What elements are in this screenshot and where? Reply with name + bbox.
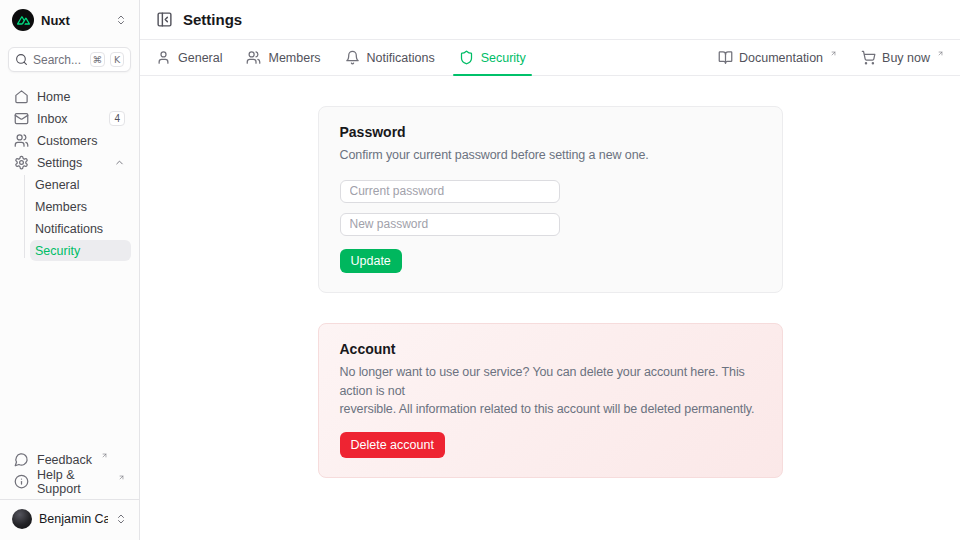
external-link-icon bbox=[830, 50, 837, 57]
buy-now-link[interactable]: Buy now bbox=[861, 50, 944, 65]
password-card-title: Password bbox=[340, 124, 761, 140]
sidebar-item-members[interactable]: Members bbox=[30, 196, 131, 217]
workspace-selector[interactable]: Nuxt bbox=[8, 8, 131, 32]
account-card-description: No longer want to use our service? You c… bbox=[340, 363, 761, 419]
kbd-meta: ⌘ bbox=[90, 52, 106, 67]
sidebar-item-label: Settings bbox=[37, 156, 82, 170]
password-card: Password Confirm your current password b… bbox=[318, 106, 783, 293]
sidebar-item-customers[interactable]: Customers bbox=[8, 130, 131, 151]
home-icon bbox=[14, 89, 29, 104]
bell-icon bbox=[345, 50, 360, 65]
delete-account-button[interactable]: Delete account bbox=[340, 432, 445, 458]
help-support-link[interactable]: Help & Support bbox=[8, 471, 131, 492]
book-open-icon bbox=[718, 50, 733, 65]
user-avatar bbox=[12, 509, 32, 529]
info-circle-icon bbox=[14, 474, 29, 489]
sidebar-item-settings[interactable]: Settings bbox=[8, 152, 131, 173]
user-icon bbox=[156, 50, 171, 65]
message-circle-icon bbox=[14, 452, 29, 467]
app-window: Nuxt Search... ⌘ K Home bbox=[0, 0, 960, 540]
tab-label: Security bbox=[481, 51, 526, 65]
sidebar-item-label: Home bbox=[37, 90, 70, 104]
link-label: Documentation bbox=[739, 51, 823, 65]
documentation-link[interactable]: Documentation bbox=[718, 50, 837, 65]
inbox-count-badge: 4 bbox=[109, 111, 125, 126]
users-icon bbox=[14, 133, 29, 148]
settings-subnav: General Members Notifications Security bbox=[22, 174, 131, 261]
account-description-line1: No longer want to use our service? You c… bbox=[340, 363, 761, 401]
sidebar-item-label: General bbox=[35, 178, 79, 192]
footer-item-label: Feedback bbox=[37, 453, 92, 467]
user-name: Benjamin Canac bbox=[39, 512, 108, 526]
footer-item-label: Help & Support bbox=[37, 468, 109, 496]
update-password-button[interactable]: Update bbox=[340, 249, 402, 273]
tab-label: Members bbox=[268, 51, 320, 65]
account-card-title: Account bbox=[340, 341, 761, 357]
sidebar-item-notifications[interactable]: Notifications bbox=[30, 218, 131, 239]
tab-security[interactable]: Security bbox=[459, 40, 526, 75]
sidebar-item-inbox[interactable]: Inbox 4 bbox=[8, 108, 131, 129]
users-icon bbox=[246, 50, 261, 65]
main-panel: Settings General Members Notifications bbox=[140, 0, 960, 540]
external-link-icon bbox=[937, 50, 944, 57]
sidebar-item-label: Inbox bbox=[37, 112, 68, 126]
sidebar-item-label: Security bbox=[35, 244, 80, 258]
sidebar-divider bbox=[0, 499, 139, 500]
workspace-name: Nuxt bbox=[41, 13, 108, 28]
new-password-field[interactable] bbox=[340, 213, 560, 236]
account-description-line2: reversible. All information related to t… bbox=[340, 400, 761, 419]
sidebar-nav: Home Inbox 4 Customers Settings bbox=[8, 86, 131, 262]
sidebar-toggle-button[interactable] bbox=[156, 11, 173, 28]
panel-left-close-icon bbox=[156, 11, 173, 28]
external-link-icon bbox=[118, 474, 125, 481]
search-placeholder: Search... bbox=[33, 53, 85, 67]
tab-general[interactable]: General bbox=[156, 40, 222, 75]
sidebar-footer: Feedback Help & Support Benjamin Canac bbox=[8, 449, 131, 532]
chevron-up-icon bbox=[114, 157, 125, 168]
tab-members[interactable]: Members bbox=[246, 40, 320, 75]
external-link-icon bbox=[101, 452, 108, 459]
chevrons-up-down-icon bbox=[115, 14, 127, 26]
sidebar-item-general[interactable]: General bbox=[30, 174, 131, 195]
account-card: Account No longer want to use our servic… bbox=[318, 323, 783, 478]
tab-label: General bbox=[178, 51, 222, 65]
inbox-icon bbox=[14, 111, 29, 126]
tab-label: Notifications bbox=[367, 51, 435, 65]
nuxt-logo-icon bbox=[12, 9, 34, 31]
sidebar-item-security[interactable]: Security bbox=[30, 240, 131, 261]
link-label: Buy now bbox=[882, 51, 930, 65]
current-password-field[interactable] bbox=[340, 180, 560, 203]
page-header: Settings bbox=[140, 0, 960, 40]
settings-security-content: Password Confirm your current password b… bbox=[140, 76, 960, 540]
gear-icon bbox=[14, 155, 29, 170]
search-icon bbox=[15, 53, 28, 66]
tab-notifications[interactable]: Notifications bbox=[345, 40, 435, 75]
shield-icon bbox=[459, 50, 474, 65]
page-title: Settings bbox=[183, 11, 242, 28]
sidebar-item-label: Members bbox=[35, 200, 87, 214]
chevrons-up-down-icon bbox=[115, 513, 127, 525]
password-card-description: Confirm your current password before set… bbox=[340, 146, 761, 165]
sidebar-item-label: Customers bbox=[37, 134, 97, 148]
search-input[interactable]: Search... ⌘ K bbox=[8, 47, 131, 72]
shopping-cart-icon bbox=[861, 50, 876, 65]
sidebar-item-label: Notifications bbox=[35, 222, 103, 236]
settings-tabbar: General Members Notifications Security bbox=[140, 40, 960, 76]
kbd-k: K bbox=[110, 52, 124, 67]
sidebar-item-home[interactable]: Home bbox=[8, 86, 131, 107]
user-menu[interactable]: Benjamin Canac bbox=[8, 506, 131, 532]
sidebar: Nuxt Search... ⌘ K Home bbox=[0, 0, 140, 540]
